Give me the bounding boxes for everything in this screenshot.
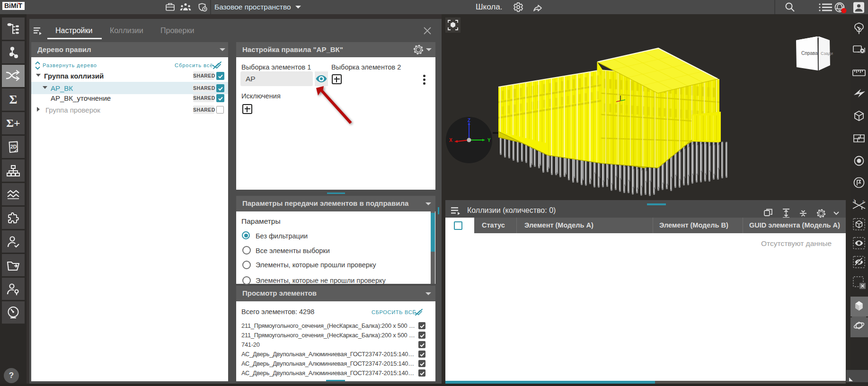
svg-text:1: 1 [853, 199, 855, 202]
svg-text:2D: 2D [10, 144, 17, 149]
svg-text:X: X [449, 138, 452, 143]
svg-text:Сзади: Сзади [821, 51, 833, 56]
svg-text:2: 2 [862, 200, 864, 203]
svg-text:Y: Y [487, 138, 491, 143]
svg-text:Z: Z [468, 118, 470, 123]
svg-text:Справа: Справа [801, 51, 818, 56]
